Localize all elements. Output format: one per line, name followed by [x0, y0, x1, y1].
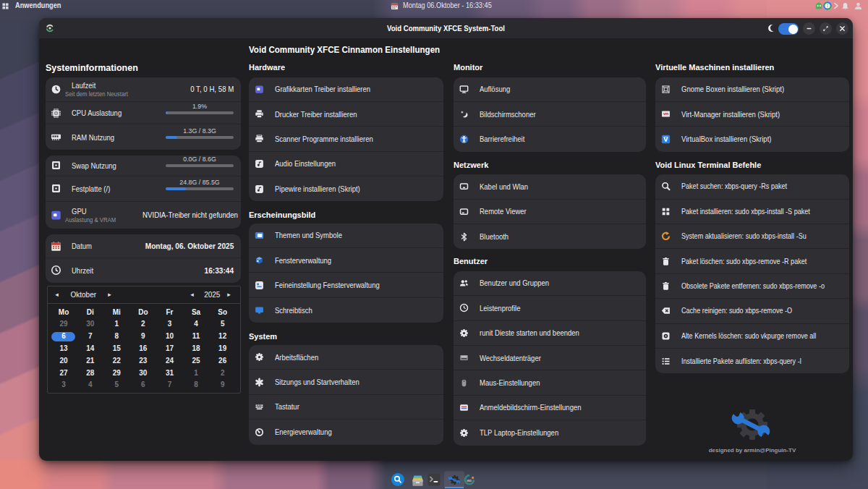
svg-text:wo: wo — [467, 478, 472, 482]
